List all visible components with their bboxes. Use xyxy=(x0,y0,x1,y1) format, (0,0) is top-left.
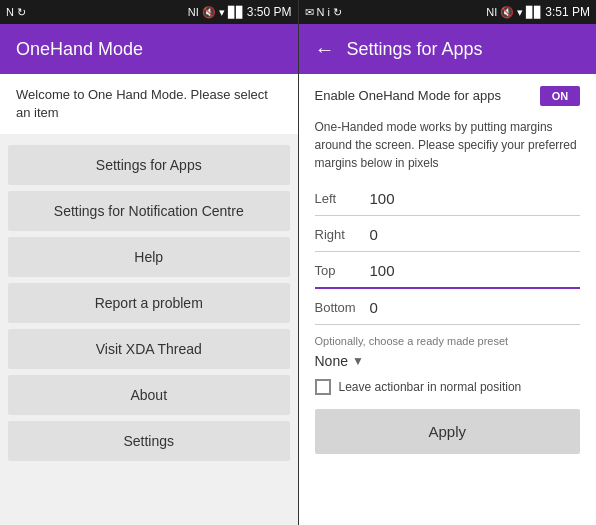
mute2-icon: 🔇 xyxy=(500,6,514,19)
top-field-label: Top xyxy=(315,263,370,278)
sync-icon: ↻ xyxy=(17,6,26,19)
field-row-right: Right xyxy=(315,222,581,252)
field-row-bottom: Bottom xyxy=(315,295,581,325)
right-field-input[interactable] xyxy=(370,222,581,247)
info-icon: i xyxy=(327,6,329,18)
left-app-title: OneHand Mode xyxy=(16,39,143,60)
top-field-input[interactable] xyxy=(370,258,581,283)
left-status-bar: N ↻ NI 🔇 ▾ ▊▊ 3:50 PM xyxy=(0,0,298,24)
menu-item-help[interactable]: Help xyxy=(8,237,290,277)
welcome-text: Welcome to One Hand Mode. Please select … xyxy=(0,74,298,134)
right-screen: ✉ N i ↻ NI 🔇 ▾ ▊▊ 3:51 PM ← Settings for… xyxy=(299,0,597,525)
preset-hint: Optionally, choose a ready made preset xyxy=(315,335,581,347)
right-field-label: Right xyxy=(315,227,370,242)
left-screen: N ↻ NI 🔇 ▾ ▊▊ 3:50 PM OneHand Mode Welco… xyxy=(0,0,299,525)
nfc3-icon: N xyxy=(317,6,325,18)
wifi2-icon: ▾ xyxy=(517,6,523,19)
menu-item-settings[interactable]: Settings xyxy=(8,421,290,461)
signal-icon: ▊▊ xyxy=(228,6,244,19)
menu-item-xda[interactable]: Visit XDA Thread xyxy=(8,329,290,369)
menu-list: Settings for Apps Settings for Notificat… xyxy=(0,134,298,472)
preset-dropdown[interactable]: None ▼ xyxy=(315,353,581,369)
menu-item-settings-notif[interactable]: Settings for Notification Centre xyxy=(8,191,290,231)
checkbox-label: Leave actionbar in normal position xyxy=(339,380,522,394)
right-status-right-icons: NI 🔇 ▾ ▊▊ 3:51 PM xyxy=(486,5,590,19)
nfc2-icon: NI xyxy=(188,6,199,18)
sync2-icon: ↻ xyxy=(333,6,342,19)
left-status-left-icons: N ↻ xyxy=(6,6,26,19)
mute-icon: 🔇 xyxy=(202,6,216,19)
enable-label: Enable OneHand Mode for apps xyxy=(315,87,541,105)
back-button[interactable]: ← xyxy=(315,38,335,61)
field-row-top: Top xyxy=(315,258,581,289)
enable-toggle[interactable]: ON xyxy=(540,86,580,106)
right-time: 3:51 PM xyxy=(545,5,590,19)
menu-item-about[interactable]: About xyxy=(8,375,290,415)
settings-content: Enable OneHand Mode for apps ON One-Hand… xyxy=(299,74,597,525)
right-status-left-icons: ✉ N i ↻ xyxy=(305,6,342,19)
apply-button[interactable]: Apply xyxy=(315,409,581,454)
enable-toggle-row: Enable OneHand Mode for apps ON xyxy=(315,86,581,106)
envelope-icon: ✉ xyxy=(305,6,314,19)
menu-item-settings-apps[interactable]: Settings for Apps xyxy=(8,145,290,185)
right-app-title: Settings for Apps xyxy=(347,39,483,60)
signal2-icon: ▊▊ xyxy=(526,6,542,19)
nfc4-icon: NI xyxy=(486,6,497,18)
right-status-bar: ✉ N i ↻ NI 🔇 ▾ ▊▊ 3:51 PM xyxy=(299,0,597,24)
right-app-header: ← Settings for Apps xyxy=(299,24,597,74)
left-status-right-icons: NI 🔇 ▾ ▊▊ 3:50 PM xyxy=(188,5,292,19)
checkbox-row: Leave actionbar in normal position xyxy=(315,379,581,395)
bottom-field-label: Bottom xyxy=(315,300,370,315)
mode-description: One-Handed mode works by putting margins… xyxy=(315,118,581,172)
dropdown-arrow-icon: ▼ xyxy=(352,354,364,368)
actionbar-checkbox[interactable] xyxy=(315,379,331,395)
bottom-field-input[interactable] xyxy=(370,295,581,320)
left-field-input[interactable] xyxy=(370,186,581,211)
preset-value: None xyxy=(315,353,348,369)
wifi-icon: ▾ xyxy=(219,6,225,19)
left-time: 3:50 PM xyxy=(247,5,292,19)
left-field-label: Left xyxy=(315,191,370,206)
menu-item-report[interactable]: Report a problem xyxy=(8,283,290,323)
nfc-icon: N xyxy=(6,6,14,18)
field-row-left: Left xyxy=(315,186,581,216)
left-app-header: OneHand Mode xyxy=(0,24,298,74)
